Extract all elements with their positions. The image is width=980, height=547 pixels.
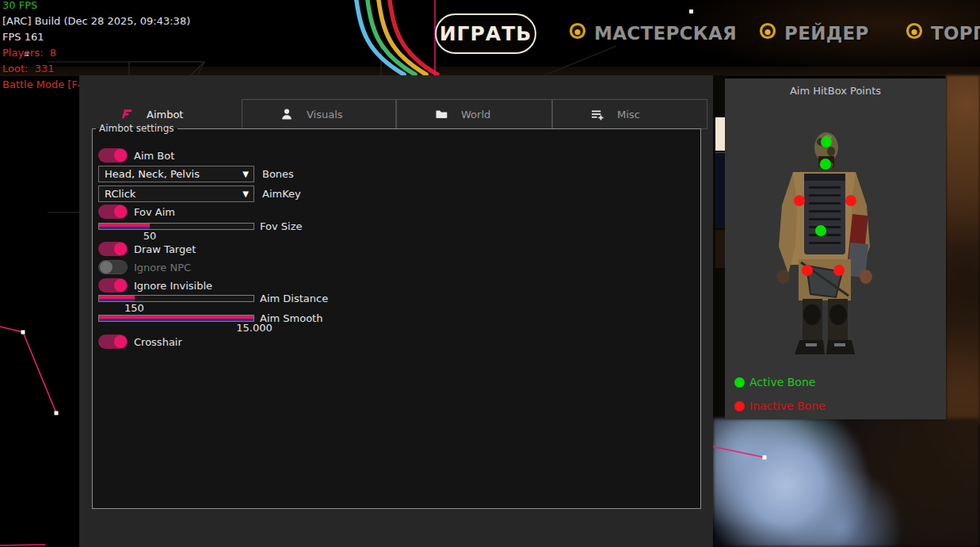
tab-label: World: [461, 109, 490, 120]
aimkey-dropdown[interactable]: RClick▼: [98, 186, 254, 202]
crosshair-toggle[interactable]: [98, 335, 128, 349]
ignore-invisible-toggle[interactable]: [98, 278, 128, 293]
dropdown-label: AimKey: [262, 188, 301, 200]
white-marker-dot: [689, 10, 693, 13]
hud-line: Players: 8: [2, 45, 190, 61]
toggle-label: Ignore Invisible: [134, 280, 212, 292]
group-title: Aimbot settings: [96, 123, 177, 134]
hud-line: Loot: 331: [2, 61, 190, 77]
slider-label: Aim Smooth: [260, 312, 322, 324]
play-button[interactable]: ИГРАТЬ: [435, 13, 536, 54]
toggle-label: Ignore NPC: [134, 262, 191, 274]
hitbox-dot-inactive: [802, 265, 813, 276]
slider-row-aim-distance: 150Aim Distance: [98, 295, 254, 302]
hud-line: 30 FPS: [2, 0, 190, 13]
fov-aim-toggle[interactable]: [98, 205, 128, 219]
toggle-row-aim-bot: Aim Bot: [98, 148, 174, 163]
game-menu-label: ТОРГО: [931, 23, 980, 44]
tab-label: Aimbot: [147, 109, 183, 120]
slider-label: Fov Size: [260, 220, 302, 232]
game-menu-label: МАСТЕРСКАЯ: [594, 23, 737, 44]
coin-icon: [759, 22, 776, 44]
toggle-knob: [114, 205, 127, 218]
aim-bot-toggle[interactable]: [98, 148, 128, 163]
hitbox-dot-active: [820, 159, 831, 170]
hitbox-dot-inactive: [845, 195, 856, 206]
hitbox-dot-active: [815, 225, 826, 236]
hitbox-dot-inactive: [794, 195, 805, 206]
game-menu-item[interactable]: ТОРГО: [906, 22, 980, 44]
hitbox-panel: Aim HitBox Points: [725, 78, 946, 419]
toggle-knob: [114, 243, 127, 255]
folder-icon: [435, 108, 448, 120]
toggle-row-ignore-invisible: Ignore Invisible: [98, 278, 212, 293]
tab-label: Misc: [617, 109, 640, 120]
coin-icon: [906, 22, 923, 44]
aim-smooth-slider[interactable]: [98, 315, 254, 322]
ignore-npc-toggle[interactable]: [98, 260, 128, 274]
controls-area: Aim BotHead, Neck, Pelvis▼BonesRClick▼Ai…: [98, 134, 700, 508]
toggle-row-ignore-npc: Ignore NPC: [98, 260, 191, 274]
coin-icon: [569, 22, 586, 44]
aimbot-icon: [119, 108, 132, 120]
toggle-knob: [114, 335, 127, 348]
bones-dropdown[interactable]: Head, Neck, Pelvis▼: [98, 166, 254, 182]
fov-size-slider[interactable]: [98, 223, 254, 230]
hitbox-panel-title: Aim HitBox Points: [725, 85, 946, 97]
chevron-down-icon: ▼: [242, 170, 249, 178]
chevron-down-icon: ▼: [242, 189, 249, 198]
toggle-row-crosshair: Crosshair: [98, 335, 182, 349]
toggle-label: Fov Aim: [134, 206, 175, 218]
slider-fill: [99, 296, 135, 301]
toggle-label: Crosshair: [134, 336, 182, 348]
game-menu-label: РЕЙДЕР: [784, 23, 869, 44]
slider-value: 50: [143, 230, 157, 242]
legend-item: Inactive Bone: [734, 400, 826, 412]
dropdown-value: RClick: [99, 188, 135, 200]
hud-line: [ARC] Build (Dec 28 2025, 09:43:38): [2, 13, 190, 29]
legend-item: Active Bone: [734, 376, 815, 388]
cheat-menu-panel: AimbotVisualsWorldMisc Aimbot settings A…: [79, 75, 713, 547]
toggle-knob: [114, 149, 127, 162]
misc-icon: [591, 108, 604, 120]
slider-label: Aim Distance: [260, 293, 328, 304]
slider-row-fov-size: 50Fov Size: [98, 223, 254, 230]
toggle-knob: [100, 261, 112, 274]
draw-target-toggle[interactable]: [98, 242, 128, 256]
toggle-knob: [114, 279, 127, 292]
game-menu-item[interactable]: РЕЙДЕР: [759, 22, 869, 44]
dropdown-row-aimkey: RClick▼AimKey: [98, 186, 301, 202]
hitbox-dot-active: [821, 136, 832, 147]
aim-distance-slider[interactable]: [98, 295, 254, 302]
slider-row-aim-smooth: 15.000Aim Smooth: [98, 315, 254, 322]
dropdown-row-bones: Head, Neck, Pelvis▼Bones: [98, 166, 294, 182]
dropdown-label: Bones: [262, 168, 294, 180]
legend-dot: [734, 377, 745, 388]
hud-line: FPS 161: [2, 29, 190, 45]
legend-dot: [734, 401, 745, 411]
aimbot-settings-group: Aimbot settings Aim BotHead, Neck, Pelvi…: [92, 123, 701, 509]
person-icon: [280, 108, 294, 120]
slider-value: 150: [124, 302, 144, 314]
toggle-label: Aim Bot: [134, 150, 174, 162]
game-menu-item[interactable]: МАСТЕРСКАЯ: [569, 22, 737, 44]
slider-fill: [99, 224, 150, 229]
dropdown-value: Head, Neck, Pelvis: [99, 168, 200, 180]
legend-label: Active Bone: [749, 376, 815, 388]
toggle-label: Draw Target: [134, 243, 196, 255]
tab-label: Visuals: [307, 109, 343, 120]
toggle-row-fov-aim: Fov Aim: [98, 205, 175, 219]
toggle-row-draw-target: Draw Target: [98, 242, 196, 256]
legend-label: Inactive Bone: [749, 400, 826, 412]
hitbox-dot-inactive: [833, 265, 845, 276]
slider-fill: [99, 316, 254, 321]
